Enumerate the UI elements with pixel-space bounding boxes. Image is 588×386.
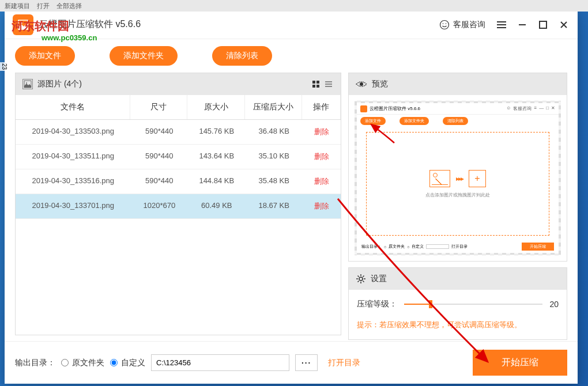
bg-new-project: 新建项目	[5, 2, 30, 10]
compression-slider[interactable]	[404, 302, 542, 306]
file-table: 文件名 尺寸 原大小 压缩后大小 操作 2019-04-30_133503.pn…	[16, 95, 341, 335]
app-logo	[13, 14, 33, 35]
maximize-button[interactable]	[537, 19, 549, 31]
grid-view-button[interactable]	[311, 79, 321, 89]
smile-icon	[439, 20, 450, 30]
hamburger-icon	[496, 21, 507, 29]
table-row[interactable]: 2019-04-30_133511.png 590*440 143.64 KB …	[16, 145, 341, 169]
svg-rect-11	[316, 85, 319, 88]
mini-arrows-icon: ▸▸▸	[456, 175, 463, 183]
support-button[interactable]: 客服咨询	[439, 20, 485, 30]
delete-button[interactable]: 删除	[303, 169, 341, 194]
radio-custom[interactable]: 自定义	[110, 358, 145, 368]
close-icon	[560, 21, 568, 29]
bg-select-all: 全部选择	[56, 2, 82, 10]
grid-icon	[312, 80, 320, 88]
clear-list-button[interactable]: 清除列表	[212, 46, 272, 66]
source-panel-header: 源图片 (4个)	[16, 73, 341, 95]
table-row[interactable]: 2019-04-30_133516.png 590*440 144.84 KB …	[16, 169, 341, 194]
eye-icon	[356, 80, 367, 89]
svg-point-1	[21, 22, 22, 24]
mini-image-icon	[429, 170, 450, 187]
close-button[interactable]	[558, 19, 570, 31]
table-row[interactable]: 2019-04-30_133503.png 590*440 145.76 KB …	[16, 120, 341, 145]
source-panel: 源图片 (4个) 文件名 尺寸 原大小 压缩后大小 操作	[15, 73, 341, 335]
add-folder-button[interactable]: 添加文件夹	[110, 46, 178, 66]
settings-header: 设置	[349, 268, 567, 290]
svg-rect-5	[540, 21, 546, 28]
svg-rect-9	[316, 81, 319, 84]
output-path-input[interactable]	[151, 354, 289, 371]
image-icon	[22, 79, 33, 89]
gear-icon	[356, 274, 366, 284]
svg-point-3	[443, 23, 444, 24]
app-title: 云橙图片压缩软件 v5.6.6	[39, 18, 141, 31]
list-icon	[325, 80, 333, 88]
maximize-icon	[539, 21, 547, 29]
bg-open: 打开	[37, 2, 50, 10]
open-dir-link[interactable]: 打开目录	[328, 358, 360, 368]
delete-button[interactable]: 删除	[303, 145, 341, 169]
side-tab: 23	[0, 62, 9, 71]
delete-button[interactable]: 删除	[303, 120, 341, 144]
radio-original-folder[interactable]: 原文件夹	[61, 358, 104, 368]
background-toolbar: 新建项目 打开 全部选择	[0, 0, 588, 12]
table-row[interactable]: 2019-04-30_133701.png 588*386 60.49 KB …	[16, 194, 341, 219]
titlebar: 云橙图片压缩软件 v5.6.6 客服咨询	[5, 10, 578, 39]
level-label: 压缩等级：	[357, 299, 397, 309]
svg-point-12	[360, 82, 363, 86]
preview-header: 预览	[349, 73, 567, 95]
output-label: 输出目录：	[15, 358, 55, 368]
svg-point-4	[446, 23, 447, 24]
start-compress-button[interactable]: 开始压缩	[473, 350, 567, 376]
mini-logo	[360, 105, 367, 112]
settings-section: 设置 压缩等级： 20 提示：若压缩效果不理想，可尝试调高压缩等级。	[348, 267, 567, 340]
menu-button[interactable]	[496, 19, 507, 31]
level-value: 20	[549, 300, 559, 309]
svg-rect-8	[312, 81, 315, 84]
svg-rect-10	[312, 85, 315, 88]
compression-hint: 提示：若压缩效果不理想，可尝试调高压缩等级。	[357, 320, 559, 330]
svg-point-13	[359, 277, 363, 281]
preview-thumbnail: 云橙图片压缩软件 v5.6.6 ☺客服咨询 ≡—□✕ 添加文件 添加文件夹 清除…	[355, 101, 561, 255]
preview-section: 预览 云橙图片压缩软件 v5.6.6 ☺客服咨询 ≡—□✕	[348, 73, 567, 262]
svg-point-7	[26, 82, 27, 84]
delete-button[interactable]: 删除	[303, 194, 341, 218]
mini-plus-icon: +	[469, 170, 486, 187]
bottom-bar: 输出目录： 原文件夹 自定义 ··· 打开目录 开始压缩	[5, 341, 578, 384]
list-view-button[interactable]	[323, 79, 334, 89]
table-header: 文件名 尺寸 原大小 压缩后大小 操作	[16, 95, 341, 120]
minimize-icon	[518, 20, 527, 29]
main-window: 河东软件园 www.pc0359.cn 云橙图片压缩软件 v5.6.6 客服咨询	[5, 10, 578, 384]
browse-button[interactable]: ···	[295, 354, 318, 371]
minimize-button[interactable]	[517, 19, 528, 31]
add-file-button[interactable]: 添加文件	[15, 46, 75, 66]
svg-point-2	[440, 20, 449, 29]
action-bar: 添加文件 添加文件夹 清除列表	[5, 39, 578, 73]
